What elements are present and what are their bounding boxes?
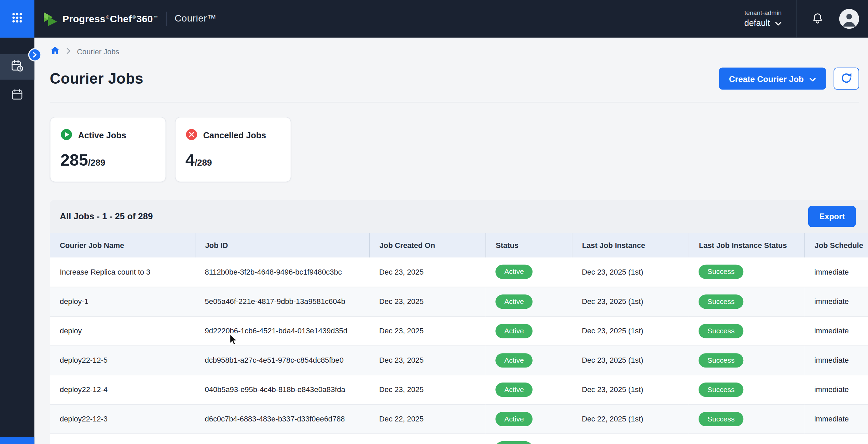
bell-icon xyxy=(811,11,824,26)
cell-last-instance-status: Success xyxy=(689,404,804,433)
home-icon[interactable] xyxy=(50,45,60,58)
app-window: Progress®Chef®360™ Courier™ tenant-admin… xyxy=(0,0,868,444)
cell-last-instance: Dec 23, 2025 (1st) xyxy=(572,287,689,316)
column-header-last-job-instance-status[interactable]: Last Job Instance Status xyxy=(689,233,804,257)
jobs-summary: All Jobs - 1 - 25 of 289 xyxy=(60,211,153,221)
status-badge: Active xyxy=(495,382,533,397)
stat-label: Cancelled Jobs xyxy=(203,131,266,141)
cell-created-on: Dec 22, 2025 xyxy=(369,404,485,433)
table-row[interactable]: deploy 9d2220b6-1cb6-4521-bda4-013e1439d… xyxy=(50,316,868,346)
breadcrumb: Courier Jobs xyxy=(50,45,859,58)
left-sidebar xyxy=(0,38,34,444)
cell-schedule: immediate xyxy=(804,404,868,433)
sidebar-expand-button[interactable] xyxy=(28,48,42,61)
cell-schedule: immediate xyxy=(804,345,868,375)
jobs-table: Courier Job Name Job ID Job Created On S… xyxy=(50,233,868,444)
last-instance-status-badge: Success xyxy=(699,265,743,279)
cell-status: Active xyxy=(485,404,572,433)
cell-job-id: 5e05a46f-221e-4817-9dbb-13a9581c604b xyxy=(195,287,369,316)
table-row[interactable]: deploy22-12-5 dcb958b1-a27c-4e51-978c-c8… xyxy=(50,345,868,375)
create-courier-job-button[interactable]: Create Courier Job xyxy=(719,68,826,90)
last-instance-status-badge: Success xyxy=(699,294,743,309)
cell-job-name: deploy22-12-5 xyxy=(50,345,195,375)
column-header-last-job-instance[interactable]: Last Job Instance xyxy=(572,233,689,257)
status-badge: Active xyxy=(495,353,533,367)
jobs-table-header: Courier Job Name Job ID Job Created On S… xyxy=(50,233,868,257)
table-row[interactable]: Active xyxy=(50,433,868,444)
page-title: Courier Jobs xyxy=(50,70,143,87)
topbar-right-cluster: tenant-admin default xyxy=(744,0,868,38)
cell-job-id xyxy=(195,433,369,444)
cell-job-id: d6c0c7b4-6883-483e-b337-d33f0ee6d788 xyxy=(195,404,369,433)
cell-last-instance: Dec 23, 2025 (1st) xyxy=(572,345,689,375)
tenant-switcher[interactable]: tenant-admin default xyxy=(744,9,782,29)
brand-lockup: Progress®Chef®360™ Courier™ xyxy=(43,11,217,26)
stat-total: /289 xyxy=(88,158,105,168)
cell-created-on xyxy=(369,433,485,444)
active-jobs-card[interactable]: Active Jobs 285 /289 xyxy=(50,117,166,182)
table-row[interactable]: Increase Replica count to 3 8112b0be-3f2… xyxy=(50,258,868,287)
top-navigation-bar: Progress®Chef®360™ Courier™ tenant-admin… xyxy=(0,0,868,38)
cell-last-instance: Dec 22, 2025 (1st) xyxy=(572,404,689,433)
table-row[interactable]: deploy-1 5e05a46f-221e-4817-9dbb-13a9581… xyxy=(50,287,868,316)
cell-last-instance-status: Success xyxy=(689,316,804,346)
cell-schedule xyxy=(804,433,868,444)
stat-cards: Active Jobs 285 /289 Cancelled Jobs xyxy=(50,117,859,182)
cell-job-name: deploy-1 xyxy=(50,287,195,316)
cell-status: Active xyxy=(485,375,572,404)
cell-job-id: dcb958b1-a27c-4e51-978c-c854dc85fbe0 xyxy=(195,345,369,375)
table-row[interactable]: deploy22-12-3 d6c0c7b4-6883-483e-b337-d3… xyxy=(50,404,868,433)
cell-status: Active xyxy=(485,287,572,316)
cell-job-name: Increase Replica count to 3 xyxy=(50,258,195,287)
cancelled-jobs-card[interactable]: Cancelled Jobs 4 /289 xyxy=(175,117,291,182)
cell-job-id: 9d2220b6-1cb6-4521-bda4-013e1439d35d xyxy=(195,316,369,346)
column-header-job-created-on[interactable]: Job Created On xyxy=(369,233,485,257)
stat-total: /289 xyxy=(195,158,212,168)
cell-last-instance-status xyxy=(689,433,804,444)
cancel-circle-icon xyxy=(185,128,198,143)
column-header-status[interactable]: Status xyxy=(485,233,572,257)
calendar-clock-icon xyxy=(10,59,24,75)
breadcrumb-current[interactable]: Courier Jobs xyxy=(77,47,119,56)
stat-value: 4 xyxy=(185,151,195,169)
cell-status: Active xyxy=(485,316,572,346)
table-row[interactable]: deploy22-12-4 040b5a93-e95b-4c4b-818b-e8… xyxy=(50,375,868,404)
status-badge: Active xyxy=(495,323,533,338)
tenant-admin-label: tenant-admin xyxy=(744,9,782,17)
app-launcher-button[interactable] xyxy=(0,0,34,38)
main-content: Courier Jobs Courier Jobs Create Courier… xyxy=(34,38,868,444)
column-header-job-id[interactable]: Job ID xyxy=(195,233,369,257)
person-icon xyxy=(841,11,858,29)
cell-last-instance: Dec 23, 2025 (1st) xyxy=(572,375,689,404)
last-instance-status-badge: Success xyxy=(699,382,743,397)
product-name: Courier™ xyxy=(175,13,217,24)
cell-created-on: Dec 23, 2025 xyxy=(369,258,485,287)
column-header-courier-job-name[interactable]: Courier Job Name xyxy=(50,233,195,257)
cell-schedule: immediate xyxy=(804,316,868,346)
sidebar-bottom-accent xyxy=(0,437,34,444)
cell-last-instance: Dec 23, 2025 (1st) xyxy=(572,258,689,287)
topbar-divider xyxy=(796,0,797,38)
sidebar-item-schedules[interactable] xyxy=(0,83,34,109)
chevron-down-icon xyxy=(775,18,782,28)
last-instance-status-badge: Success xyxy=(699,412,743,426)
cell-schedule: immediate xyxy=(804,258,868,287)
tenant-name: default xyxy=(744,17,770,29)
refresh-icon xyxy=(840,72,853,86)
last-instance-status-badge: Success xyxy=(699,353,743,367)
notifications-button[interactable] xyxy=(811,11,824,26)
refresh-button[interactable] xyxy=(833,68,859,90)
jobs-table-body: Increase Replica count to 3 8112b0be-3f2… xyxy=(50,258,868,444)
apps-grid-icon xyxy=(12,12,23,26)
cell-job-id: 8112b0be-3f2b-4648-9496-bc1f9480c3bc xyxy=(195,258,369,287)
stat-label: Active Jobs xyxy=(78,131,126,141)
last-instance-status-badge: Success xyxy=(699,323,743,338)
page-header: Courier Jobs Create Courier Job xyxy=(50,68,859,90)
column-header-job-schedule[interactable]: Job Schedule xyxy=(804,233,868,257)
stat-value: 285 xyxy=(60,151,88,169)
cell-job-name: deploy22-12-4 xyxy=(50,375,195,404)
status-badge: Active xyxy=(495,412,533,426)
export-button[interactable]: Export xyxy=(808,206,856,227)
user-avatar[interactable] xyxy=(839,9,859,29)
cell-job-id: 040b5a93-e95b-4c4b-818b-e843e0a83fda xyxy=(195,375,369,404)
